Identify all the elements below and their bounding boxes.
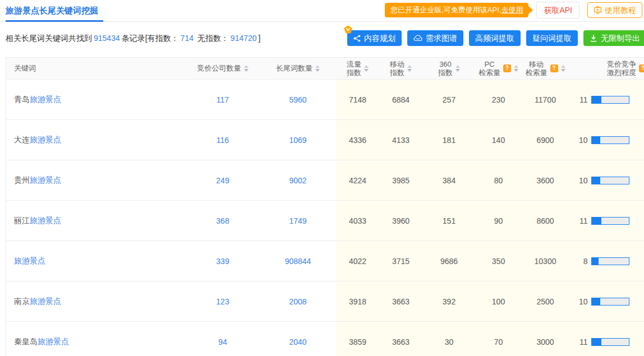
competition-bar bbox=[591, 136, 629, 144]
col-header-pc-search[interactable]: PC检索量 bbox=[476, 58, 521, 80]
export-label: 无限制导出 bbox=[601, 33, 640, 43]
competition-indicator: 8 bbox=[570, 257, 644, 266]
traffic-index-value: 4033 bbox=[336, 201, 380, 241]
col-label: 360 bbox=[438, 60, 453, 68]
keyword-cell: 大连旅游景点 bbox=[6, 120, 186, 160]
longtail-count-link[interactable]: 5960 bbox=[289, 95, 306, 104]
keyword-cell: 南京旅游景点 bbox=[6, 281, 186, 322]
question-extract-button[interactable]: 疑问词提取 bbox=[526, 30, 578, 46]
competition-value: 11 bbox=[571, 337, 588, 346]
competition-cell: 11 bbox=[570, 322, 644, 356]
pc-search-value: 70 bbox=[476, 322, 521, 356]
mobile-index-value: 6884 bbox=[380, 80, 422, 120]
mobile-search-value: 2500 bbox=[521, 281, 570, 322]
mobile-search-value: 6900 bbox=[521, 120, 570, 160]
unindexed-count[interactable]: 914720 bbox=[231, 34, 257, 43]
sort-icon[interactable] bbox=[561, 65, 565, 72]
col-header-mobile-index[interactable]: 移动指数 bbox=[380, 58, 422, 80]
question-extract-label: 疑问词提取 bbox=[532, 33, 572, 43]
tab-bar: 旅游景点长尾关键词挖掘 您已开通企业版,可免费使用该API,去使用 获取API … bbox=[0, 0, 644, 22]
sort-icon[interactable] bbox=[244, 65, 249, 72]
summary-mid2: 无指数： bbox=[197, 34, 229, 43]
bid-companies-link[interactable]: 123 bbox=[216, 297, 229, 306]
col-label: 移动 bbox=[390, 60, 404, 68]
keyword-cell: 贵州旅游景点 bbox=[6, 160, 186, 201]
sort-icon[interactable] bbox=[364, 65, 369, 72]
keyword-link[interactable]: 秦皇岛旅游景点 bbox=[14, 337, 69, 346]
longtail-count-link[interactable]: 2008 bbox=[289, 297, 306, 306]
keyword-cell: 青岛旅游景点 bbox=[6, 80, 186, 120]
bid-companies-link[interactable]: 116 bbox=[217, 136, 229, 145]
mobile-index-value: 3663 bbox=[380, 322, 422, 356]
keyword-prefix: 秦皇岛 bbox=[14, 337, 38, 346]
col-header-longtail-count[interactable]: 长尾词数量 bbox=[260, 58, 336, 80]
export-button[interactable]: 无限制导出 bbox=[583, 30, 644, 46]
sort-icon[interactable] bbox=[407, 65, 412, 72]
info-row: 相关长尾词关键词共找到915434条记录[有指数：714 无指数：914720]… bbox=[6, 22, 638, 57]
col-header-competition[interactable]: 竞价竞争激烈程度 bbox=[570, 58, 644, 80]
indexed-count[interactable]: 714 bbox=[181, 34, 194, 43]
longtail-count-link[interactable]: 1069 bbox=[289, 136, 306, 145]
keyword-link[interactable]: 丽江旅游景点 bbox=[14, 216, 61, 225]
keyword-prefix: 大连 bbox=[14, 135, 30, 144]
keyword-link[interactable]: 贵州旅游景点 bbox=[14, 175, 61, 184]
help-icon[interactable] bbox=[639, 64, 644, 72]
bid-companies-link[interactable]: 117 bbox=[217, 95, 229, 104]
total-records-count[interactable]: 915434 bbox=[94, 34, 120, 43]
bid-companies-link[interactable]: 368 bbox=[216, 216, 229, 225]
bid-companies-link[interactable]: 94 bbox=[218, 337, 227, 346]
keyword-link[interactable]: 大连旅游景点 bbox=[14, 135, 61, 144]
tutorial-button[interactable]: 使用教程 bbox=[587, 2, 642, 18]
bid-companies-link[interactable]: 249 bbox=[216, 176, 229, 185]
longtail-count-link[interactable]: 908844 bbox=[285, 257, 311, 266]
pc-search-value: 90 bbox=[476, 201, 521, 241]
demand-map-button[interactable]: 需求图谱 bbox=[407, 30, 463, 46]
help-icon[interactable] bbox=[550, 64, 558, 72]
competition-value: 11 bbox=[571, 216, 588, 225]
col-header-traffic-index[interactable]: 流量指数 bbox=[336, 58, 380, 80]
competition-cell: 10 bbox=[570, 120, 644, 160]
tab-title[interactable]: 旅游景点长尾关键词挖掘 bbox=[6, 6, 98, 16]
col-header-mobile-search[interactable]: 移动检索量 bbox=[521, 58, 570, 80]
competition-bar bbox=[591, 177, 629, 184]
sort-icon[interactable] bbox=[514, 65, 518, 72]
longtail-count-link[interactable]: 9002 bbox=[289, 176, 306, 185]
pc-search-value: 100 bbox=[476, 281, 521, 322]
banner-go-link[interactable]: 去使用 bbox=[501, 6, 523, 14]
competition-bar-fill bbox=[592, 298, 601, 305]
keyword-cell: 旅游景点 bbox=[6, 241, 186, 281]
competition-bar-fill bbox=[592, 258, 599, 265]
keyword-seed: 旅游景点 bbox=[30, 95, 61, 104]
col-header-360-index[interactable]: 360指数 bbox=[422, 58, 476, 80]
keyword-link[interactable]: 旅游景点 bbox=[14, 256, 45, 265]
keyword-link[interactable]: 青岛旅游景点 bbox=[14, 95, 61, 104]
get-api-button[interactable]: 获取API bbox=[536, 2, 579, 19]
content-plan-label: 内容规划 bbox=[364, 33, 395, 43]
help-icon[interactable] bbox=[503, 64, 511, 72]
col-label: 移动 bbox=[526, 60, 548, 68]
sort-icon[interactable] bbox=[315, 65, 320, 72]
table-row: 大连旅游景点 116 1069 4336 4133 181 140 6900 1… bbox=[6, 120, 644, 160]
index-360-value: 392 bbox=[422, 281, 476, 322]
high-freq-extract-button[interactable]: 高频词提取 bbox=[469, 30, 521, 46]
keyword-cell: 丽江旅游景点 bbox=[6, 201, 186, 241]
content-plan-button[interactable]: 内容规划 bbox=[347, 30, 402, 46]
bid-companies-cell: 339 bbox=[186, 241, 260, 281]
longtail-count-link[interactable]: 1749 bbox=[289, 216, 306, 225]
competition-indicator: 11 bbox=[570, 216, 644, 225]
bid-companies-link[interactable]: 339 bbox=[216, 257, 229, 266]
sort-icon[interactable] bbox=[456, 65, 460, 72]
table-row: 南京旅游景点 123 2008 3918 3663 392 100 2500 1… bbox=[6, 281, 644, 322]
keyword-link[interactable]: 南京旅游景点 bbox=[14, 297, 61, 306]
share-icon bbox=[353, 35, 361, 42]
cloud-map-icon bbox=[413, 35, 422, 42]
col-header-bid-companies[interactable]: 竞价公司数量 bbox=[186, 58, 260, 80]
col-label: 流量 bbox=[347, 60, 361, 68]
competition-value: 8 bbox=[571, 257, 588, 266]
enterprise-banner[interactable]: 您已开通企业版,可免费使用该API,去使用 bbox=[385, 3, 528, 17]
download-icon bbox=[590, 34, 597, 42]
pc-search-value: 140 bbox=[476, 120, 521, 160]
index-360-value: 257 bbox=[422, 80, 476, 120]
keyword-seed: 旅游景点 bbox=[30, 216, 61, 225]
longtail-count-link[interactable]: 2040 bbox=[289, 337, 306, 346]
